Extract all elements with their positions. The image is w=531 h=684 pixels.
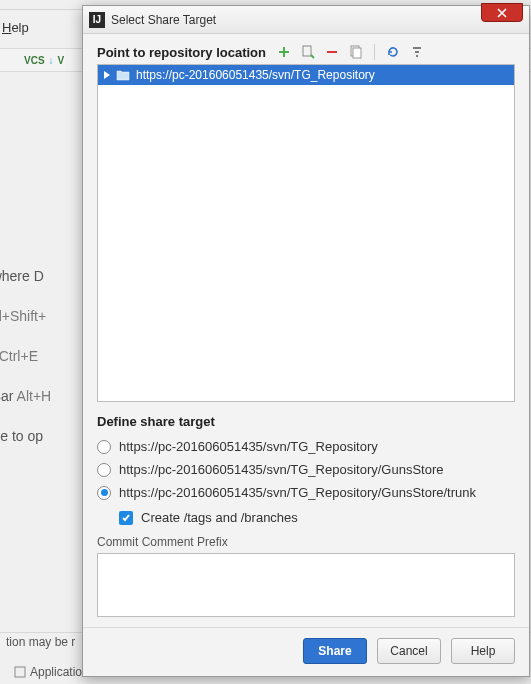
filter-icon[interactable]: [409, 44, 425, 60]
cancel-button[interactable]: Cancel: [377, 638, 441, 664]
tree-item-repository[interactable]: https://pc-201606051435/svn/TG_Repositor…: [98, 65, 514, 85]
dialog-title: Select Share Target: [111, 13, 216, 27]
bg-text-1: rywhere D: [0, 268, 44, 284]
close-button[interactable]: [481, 3, 523, 22]
app-icon: IJ: [89, 12, 105, 28]
dialog-button-bar: Share Cancel Help: [83, 627, 529, 676]
folder-icon: [116, 69, 130, 81]
vcs-update-icon[interactable]: ↓: [49, 55, 54, 66]
commit-comment-prefix-input[interactable]: [97, 553, 515, 617]
checkbox-label: Create /tags and /branches: [141, 510, 298, 525]
vcs-label: VCS: [24, 55, 45, 66]
share-button[interactable]: Share: [303, 638, 367, 664]
expand-arrow-icon[interactable]: [104, 71, 110, 79]
refresh-icon[interactable]: [385, 44, 401, 60]
radio-icon: [97, 486, 111, 500]
svg-rect-0: [15, 667, 25, 677]
checkbox-icon: [119, 511, 133, 525]
radio-share-project-folder[interactable]: https://pc-201606051435/svn/TG_Repositor…: [97, 462, 515, 477]
bg-text-3: es Ctrl+E: [0, 348, 38, 364]
radio-label: https://pc-201606051435/svn/TG_Repositor…: [119, 462, 443, 477]
svg-rect-3: [353, 48, 361, 58]
radio-label: https://pc-201606051435/svn/TG_Repositor…: [119, 439, 378, 454]
commit-comment-prefix-label: Commit Comment Prefix: [97, 535, 515, 549]
svg-rect-1: [303, 46, 311, 56]
close-icon: [497, 8, 507, 18]
select-share-target-dialog: IJ Select Share Target Point to reposito…: [82, 5, 530, 677]
checkbox-create-tags-branches[interactable]: Create /tags and /branches: [119, 510, 515, 525]
define-share-target-label: Define share target: [97, 414, 515, 429]
tree-item-label: https://pc-201606051435/svn/TG_Repositor…: [136, 68, 375, 82]
remove-icon[interactable]: [324, 44, 340, 60]
add-icon[interactable]: [276, 44, 292, 60]
radio-icon: [97, 440, 111, 454]
server-icon: [14, 666, 26, 678]
radio-share-trunk[interactable]: https://pc-201606051435/svn/TG_Repositor…: [97, 485, 515, 500]
bg-text-2: Ctrl+Shift+: [0, 308, 46, 324]
help-button[interactable]: Help: [451, 638, 515, 664]
repository-tree[interactable]: https://pc-201606051435/svn/TG_Repositor…: [97, 64, 515, 402]
menu-help[interactable]: Help: [2, 20, 29, 35]
edit-location-icon[interactable]: [300, 44, 316, 60]
radio-share-repo-root[interactable]: https://pc-201606051435/svn/TG_Repositor…: [97, 439, 515, 454]
radio-label: https://pc-201606051435/svn/TG_Repositor…: [119, 485, 476, 500]
bg-text-5: here to op: [0, 428, 43, 444]
bg-text-4: n Bar Alt+H: [0, 388, 51, 404]
vcs-label2: V: [58, 55, 65, 66]
radio-icon: [97, 463, 111, 477]
copy-icon[interactable]: [348, 44, 364, 60]
point-to-repository-label: Point to repository location: [97, 45, 266, 60]
dialog-titlebar[interactable]: IJ Select Share Target: [83, 6, 529, 34]
